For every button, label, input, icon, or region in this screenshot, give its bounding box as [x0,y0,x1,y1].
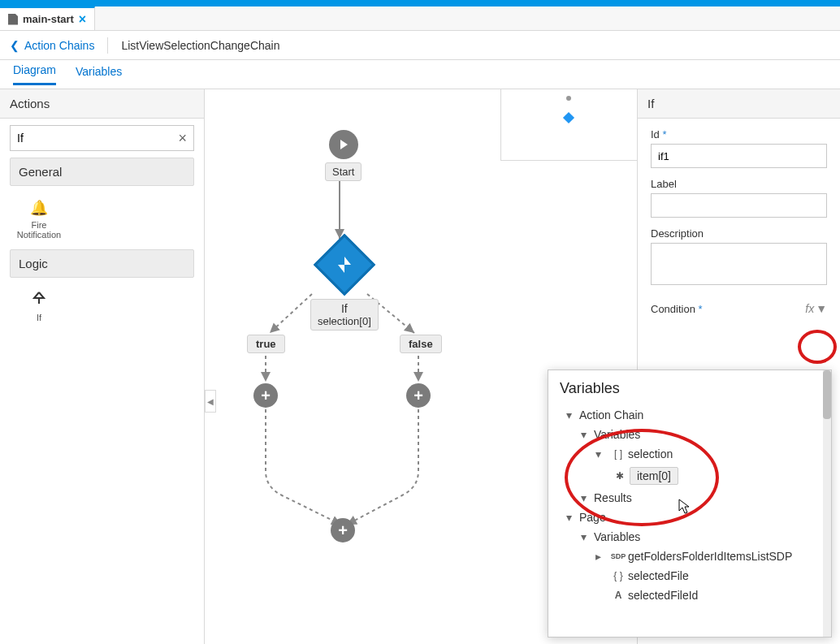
tree-variables-ac[interactable]: ▾Variables [555,425,825,444]
tree-item0[interactable]: ✱item[0] [555,464,825,488]
breadcrumb: ❮ Action Chains ListViewSelectionChangeC… [0,31,840,60]
any-icon: ✱ [610,470,630,482]
tree-selected-file-id[interactable]: AselectedFileId [555,586,825,605]
chevron-left-icon: ❮ [10,39,19,52]
description-label: Description [651,227,827,240]
sub-tab-bar: Diagram Variables [0,60,840,89]
breadcrumb-back[interactable]: ❮ Action Chains [10,39,94,52]
start-node-label: Start [325,162,362,181]
bell-icon: 🔔 [30,199,48,217]
description-input[interactable] [651,243,827,285]
file-icon [8,14,18,25]
id-label: Id * [651,128,827,140]
if-node[interactable]: If selection[0] [310,236,379,331]
file-tab-label: main-start [23,13,74,25]
window-topbar [0,0,840,6]
group-general[interactable]: General [10,158,194,186]
variables-popup[interactable]: Variables ▾Action Chain ▾Variables ▾[ ]s… [548,370,832,638]
start-node[interactable]: Start [325,130,362,181]
branch-true-label[interactable]: true [247,335,285,353]
tree-sdp[interactable]: ▸SDPgetFoldersFolderIdItemsListSDP [555,547,825,566]
label-label: Label [651,178,827,190]
play-icon [329,130,358,159]
if-node-title: If [318,302,371,315]
tab-variables[interactable]: Variables [76,65,122,84]
close-icon[interactable]: × [79,12,86,27]
svg-line-1 [270,294,312,333]
variables-popup-title: Variables [555,380,825,397]
fx-button[interactable]: fx ▼ [805,302,827,315]
object-icon: { } [608,570,628,581]
array-icon: [ ] [608,448,628,460]
breadcrumb-separator [107,37,108,54]
tree-variables-page[interactable]: ▾Variables [555,527,825,547]
actions-search[interactable]: × [10,125,194,151]
group-logic[interactable]: Logic [10,249,194,278]
label-input[interactable] [651,193,827,218]
action-label: Fire Notification [13,220,65,240]
tree-action-chain[interactable]: ▾Action Chain [555,405,825,425]
sdp-icon: SDP [608,552,628,560]
diamond-icon [315,236,374,294]
add-node-merge[interactable]: + [331,518,355,542]
string-icon: A [608,590,628,601]
tree-selected-file[interactable]: { }selectedFile [555,566,825,586]
actions-panel-header: Actions [0,89,204,119]
branch-false-label[interactable]: false [400,335,442,353]
add-node-false[interactable]: + [406,383,431,408]
scrollbar-thumb[interactable] [823,370,831,419]
condition-label: Condition * [651,303,703,315]
breadcrumb-back-label: Action Chains [24,39,94,52]
branch-icon [32,291,46,309]
actions-search-input[interactable] [17,132,173,145]
clear-icon[interactable]: × [178,130,187,147]
tab-diagram[interactable]: Diagram [13,63,56,85]
action-if[interactable]: If [6,284,71,329]
action-label: If [37,313,41,322]
file-tab-main-start[interactable]: main-start × [0,6,95,30]
properties-header: If [638,89,840,119]
breadcrumb-current: ListViewSelectionChangeChain [121,39,279,52]
tree-page[interactable]: ▾Page [555,508,825,527]
tree-selection[interactable]: ▾[ ]selection [555,444,825,464]
chevron-down-icon: ▼ [816,302,827,315]
actions-panel: Actions × General 🔔 Fire Notification Lo… [0,89,205,644]
id-input[interactable] [651,144,827,168]
action-fire-notification[interactable]: 🔔 Fire Notification [6,192,71,246]
file-tab-bar: main-start × [0,6,840,31]
tree-results[interactable]: ▾Results [555,488,825,508]
scrollbar-track[interactable] [823,370,831,637]
if-node-subtitle: selection[0] [318,315,371,327]
add-node-true[interactable]: + [253,383,278,408]
fx-icon: fx [805,302,814,315]
